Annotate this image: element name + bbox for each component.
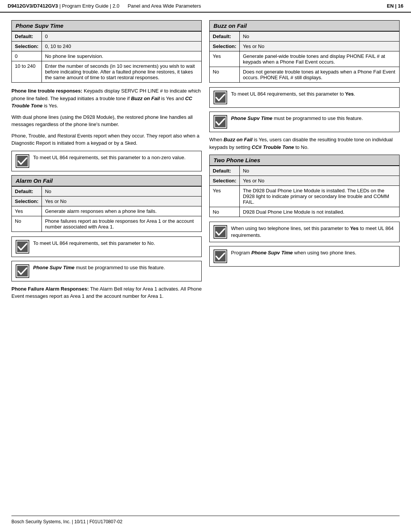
two-phone-default-label: Default:	[210, 166, 240, 176]
buzz-note2-checkbox	[213, 115, 227, 129]
buzz-body-bold1: Buzz on Fail	[224, 137, 253, 142]
two-phone-default-value: No	[240, 166, 400, 176]
two-phone-note2: Program Phone Supv Time when using two p…	[209, 246, 400, 267]
phone-failure-body: Phone Failure Alarm Responses: The Alarm…	[11, 285, 202, 300]
header-separator: |	[59, 3, 62, 9]
phone-supv-body3: Phone, Trouble, and Restoral Events repo…	[11, 132, 202, 147]
buzz-desc-yes: Generate panel-wide trouble tones and di…	[240, 51, 400, 67]
buzz-row-no: No Does not generate trouble tones at ke…	[210, 67, 400, 83]
buzz-val-yes: Yes	[210, 51, 240, 67]
alarm-note2-checkbox	[16, 264, 29, 278]
right-column: Buzz on Fail Default: No Selection: Yes …	[209, 20, 400, 304]
header-page: 16	[398, 3, 403, 9]
header-right: EN | 16	[387, 3, 403, 9]
header-version-num: 2.0	[113, 3, 119, 9]
two-phone-selection-label: Selection:	[210, 176, 240, 186]
header-pipe: |	[395, 3, 398, 9]
phone-supv-desc-0: No phone line supervision.	[42, 51, 202, 61]
two-phone-note1: When using two telephone lines, set this…	[209, 222, 400, 242]
phone-supv-row-0: 0 No phone line supervision.	[12, 51, 202, 61]
phone-supv-note1-text: To meet UL 864 requirements, set this pa…	[33, 154, 198, 161]
phone-supv-selection-label: Selection:	[12, 42, 42, 51]
alarm-row-yes: Yes Generate alarm responses when a phon…	[12, 206, 202, 216]
two-phone-default-row: Default: No	[210, 166, 400, 176]
alarm-note2: Phone Supv Time must be programmed to us…	[11, 261, 202, 281]
two-phone-note2-checkbox	[213, 249, 227, 263]
two-phone-lines-table: Default: No Selection: Yes or No Yes The…	[209, 166, 400, 217]
phone-supv-selection-value: 0, 10 to 240	[42, 42, 202, 51]
header-left: D9412GV3/D7412GV3 | Program Entry Guide …	[8, 3, 201, 9]
alarm-note1: To meet UL 864 requirements, set this pa…	[11, 236, 202, 257]
buzz-on-fail-header: Buzz on Fail	[209, 20, 400, 31]
buzz-selection-label: Selection:	[210, 42, 240, 51]
page-footer: Bosch Security Systems, Inc. | 10/11 | F…	[11, 516, 400, 524]
two-phone-val-yes: Yes	[210, 186, 240, 207]
alarm-note2-text: Phone Supv Time must be programmed to us…	[33, 264, 198, 271]
phone-supv-body2: With dual phone lines (using the D928 Mo…	[11, 113, 202, 128]
buzz-note2: Phone Supv Time must be programmed to us…	[209, 112, 400, 132]
phone-supv-time-header: Phone Supv Time	[11, 20, 202, 31]
buzz-row-yes: Yes Generate panel-wide trouble tones an…	[210, 51, 400, 67]
phone-supv-body1: Phone line trouble responses: Keypads di…	[11, 87, 202, 110]
two-phone-desc-yes: The D928 Dual Phone Line Module is insta…	[240, 186, 400, 207]
alarm-desc-no: Phone failures report as trouble respons…	[42, 216, 202, 232]
alarm-default-value: No	[42, 186, 202, 196]
header-guide: Program Entry Guide	[62, 3, 108, 9]
buzz-selection-row: Selection: Yes or No	[210, 42, 400, 51]
two-phone-row-no: No D928 Dual Phone Line Module is not in…	[210, 207, 400, 217]
buzz-note2-italic: Phone Supv Time	[231, 115, 272, 121]
alarm-selection-row: Selection: Yes or No	[12, 196, 202, 206]
two-phone-note1-text: When using two telephone lines, set this…	[231, 225, 395, 239]
phone-supv-val-0: 0	[12, 51, 42, 61]
phone-supv-note1: To meet UL 864 requirements, set this pa…	[11, 151, 202, 171]
page-header: D9412GV3/D7412GV3 | Program Entry Guide …	[0, 0, 411, 13]
phone-failure-label: Phone Failure Alarm Responses:	[11, 286, 89, 292]
phone-supv-default-row: Default: 0	[12, 32, 202, 42]
buzz-on-fail-table: Default: No Selection: Yes or No Yes Gen…	[209, 31, 400, 83]
phone-supv-default-label: Default:	[12, 32, 42, 42]
alarm-note2-italic: Phone Supv Time	[33, 265, 75, 270]
two-phone-note2-italic: Phone Supv Time	[251, 250, 293, 256]
buzz-note1-checkbox	[213, 91, 227, 104]
buzz-note2-text: Phone Supv Time must be programmed to us…	[231, 115, 395, 122]
alarm-val-no: No	[12, 216, 42, 232]
alarm-default-label: Default:	[12, 186, 42, 196]
phone-supv-desc-1: Enter the number of seconds (in 10 sec i…	[42, 61, 202, 83]
alarm-val-yes: Yes	[12, 206, 42, 216]
buzz-default-label: Default:	[210, 32, 240, 42]
buzz-default-value: No	[240, 32, 400, 42]
buzz-note1: To meet UL 864 requirements, set this pa…	[209, 87, 400, 108]
two-phone-desc-no: D928 Dual Phone Line Module is not insta…	[240, 207, 400, 217]
two-phone-note1-checkbox	[213, 225, 227, 239]
alarm-default-row: Default: No	[12, 186, 202, 196]
alarm-note2-rest: must be programmed to use this feature.	[75, 265, 165, 270]
alarm-note1-checkbox	[16, 240, 29, 254]
header-lang: EN	[387, 3, 394, 9]
left-column: Phone Supv Time Default: 0 Selection: 0,…	[11, 20, 202, 304]
buzz-body: When Buzz on Fail is Yes, users can disa…	[209, 136, 400, 151]
buzz-body-bold2: CC# Trouble Tone	[252, 144, 294, 150]
alarm-row-no: No Phone failures report as trouble resp…	[12, 216, 202, 232]
phone-supv-default-value: 0	[42, 32, 202, 42]
buzz-desc-no: Does not generate trouble tones at keypa…	[240, 67, 400, 83]
buzz-note1-text: To meet UL 864 requirements, set this pa…	[231, 91, 395, 97]
header-version: |	[110, 3, 113, 9]
main-content: Phone Supv Time Default: 0 Selection: 0,…	[0, 13, 411, 312]
buzz-default-row: Default: No	[210, 32, 400, 42]
two-phone-val-no: No	[210, 207, 240, 217]
two-phone-selection-value: Yes or No	[240, 176, 400, 186]
buzz-val-no: No	[210, 67, 240, 83]
ul-note-checkbox-icon	[16, 154, 29, 168]
alarm-on-fail-table: Default: No Selection: Yes or No Yes Gen…	[11, 186, 202, 232]
phone-supv-val-1: 10 to 240	[12, 61, 42, 83]
two-phone-row-yes: Yes The D928 Dual Phone Line Module is i…	[210, 186, 400, 207]
phone-supv-time-table: Default: 0 Selection: 0, 10 to 240 0 No …	[11, 31, 202, 83]
two-phone-selection-row: Selection: Yes or No	[210, 176, 400, 186]
header-model: D9412GV3/D7412GV3	[8, 3, 58, 9]
alarm-note1-text: To meet UL 864 requirements, set this pa…	[33, 240, 198, 247]
buzz-selection-value: Yes or No	[240, 42, 400, 51]
phone-supv-selection-row: Selection: 0, 10 to 240	[12, 42, 202, 51]
header-spacer	[121, 3, 126, 9]
phone-line-trouble-label: Phone line trouble responses:	[11, 88, 82, 94]
alarm-selection-value: Yes or No	[42, 196, 202, 206]
